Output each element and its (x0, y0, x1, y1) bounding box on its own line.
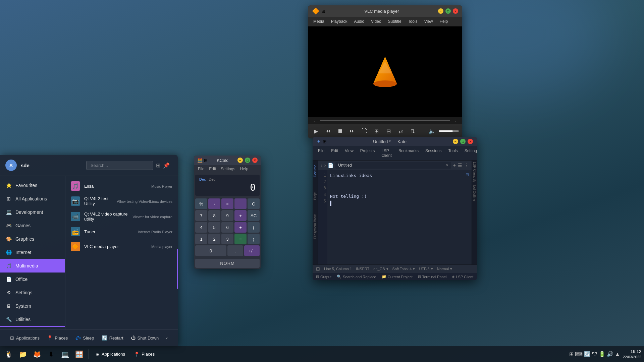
taskbar-files-icon[interactable]: 📁 (17, 348, 29, 360)
kate-minimize-button[interactable]: − (453, 139, 458, 144)
taskbar-places-button[interactable]: 📍 Places (130, 350, 158, 358)
vlc-prev-button[interactable]: ⏮ (323, 126, 333, 136)
vlc-next-button[interactable]: ⏭ (347, 126, 357, 136)
vlc-minimize-button[interactable]: − (438, 8, 443, 14)
vlc-mute-button[interactable]: 🔈 (427, 126, 437, 136)
kcalc-9-btn[interactable]: 9 (221, 210, 233, 221)
app-menu-display-toggle-icon[interactable]: ⊞ (156, 162, 160, 169)
kcalc-decimal-btn[interactable]: . (227, 245, 243, 256)
tray-battery-icon[interactable]: 🔋 (599, 351, 605, 357)
sidebar-item-multimedia[interactable]: 🎵 Multimedia (0, 259, 65, 273)
vlc-volume-slider[interactable] (439, 130, 459, 132)
kcalc-allclear-btn[interactable]: AC (248, 210, 260, 221)
kcalc-plusminus-btn[interactable]: +/− (244, 245, 260, 256)
sidebar-item-utilities[interactable]: 🔧 Utilities (0, 313, 65, 327)
vlc-frame-button[interactable]: ⊟ (384, 126, 393, 136)
kcalc-multiply-btn[interactable]: × (221, 198, 233, 209)
kcalc-close-button[interactable]: × (252, 158, 258, 163)
kate-terminal-btn[interactable]: ⊡ Terminal Panel (418, 275, 447, 279)
kate-current-project-btn[interactable]: 📁 Current Project (382, 275, 413, 279)
kcalc-subtract-btn[interactable]: − (234, 198, 247, 209)
kcalc-4-btn[interactable]: 4 (195, 222, 207, 233)
vlc-close-button[interactable]: × (453, 8, 458, 14)
tray-overflow-icon[interactable]: ▲ (615, 351, 620, 357)
kate-menu-settings[interactable]: Settings (462, 147, 477, 159)
vlc-play-button[interactable]: ▶ (311, 126, 321, 136)
vlc-loop-button[interactable]: ⇄ (396, 126, 405, 136)
kcalc-rparen-btn[interactable]: ) (248, 234, 260, 244)
vlc-maximize-button[interactable]: □ (445, 8, 451, 14)
kcalc-equals-btn[interactable]: = (234, 234, 247, 244)
vlc-menu-subtitle[interactable]: Subtitle (385, 18, 404, 25)
kate-left-panel-tab-fs[interactable]: Filesystem Brow... (313, 212, 317, 239)
tray-shield-icon[interactable]: 🛡 (592, 351, 597, 357)
kcalc-add-btn[interactable]: + (234, 210, 247, 221)
tray-kbd-icon[interactable]: ⌨ (575, 351, 583, 357)
list-item-vlc[interactable]: 🔶 VLC media player Media player (65, 239, 178, 254)
vlc-menu-tools[interactable]: Tools (406, 18, 420, 25)
kate-back-button[interactable]: ‹ (321, 163, 322, 168)
kcalc-7-btn[interactable]: 7 (195, 210, 207, 221)
sidebar-item-all-applications[interactable]: ⊞ All Applications (0, 192, 65, 205)
kcalc-lparen-btn[interactable]: ( (248, 222, 260, 233)
vlc-fullscreen-button[interactable]: ⛶ (360, 126, 369, 136)
kcalc-minimize-button[interactable]: − (237, 158, 243, 163)
sidebar-item-internet[interactable]: 🌐 Internet (0, 246, 65, 259)
footer-sleep-btn[interactable]: 💤 Sleep (72, 333, 97, 343)
kcalc-norm-button[interactable]: NORM (195, 259, 260, 268)
kate-menu-edit[interactable]: Edit (328, 147, 341, 159)
kate-menu-projects[interactable]: Projects (358, 147, 377, 159)
kate-close-tab-button[interactable]: × (446, 163, 448, 168)
kcalc-mode-dec[interactable]: Dec (199, 177, 206, 181)
kcalc-percent-btn[interactable]: % (195, 198, 207, 209)
kate-minimap-icon[interactable]: ⊟ (466, 172, 469, 177)
kate-maximize-button[interactable]: □ (460, 139, 466, 144)
kate-menu-sessions[interactable]: Sessions (423, 147, 444, 159)
tray-update-icon[interactable]: 🔄 (584, 351, 591, 357)
taskbar-applications-button[interactable]: ⊞ Applications (92, 350, 128, 358)
kcalc-divide-btn[interactable]: ÷ (208, 198, 220, 209)
taskbar-firefox-icon[interactable]: 🦊 (31, 348, 43, 360)
tray-audio-icon[interactable]: 🔊 (607, 351, 613, 357)
kate-position[interactable]: Line 5, Column 1 (324, 267, 352, 271)
kate-status-icon[interactable]: ⊟ (316, 266, 320, 272)
vlc-menu-video[interactable]: Video (368, 18, 384, 25)
kcalc-menu-edit[interactable]: Edit (207, 166, 218, 172)
kate-filebrowser-icon[interactable]: 📄 (328, 163, 333, 168)
kcalc-maximize-button[interactable]: □ (245, 158, 250, 163)
kcalc-1-btn[interactable]: 1 (195, 234, 207, 244)
kate-encoding[interactable]: UTF-8 ▾ (419, 267, 433, 271)
kate-sidebar-icon[interactable]: ☰ (458, 163, 462, 168)
sidebar-item-system[interactable]: 🖥 System (0, 299, 65, 313)
sidebar-item-games[interactable]: 🎮 Games (0, 219, 65, 232)
kcalc-0-btn[interactable]: 0 (195, 245, 226, 256)
kcalc-menu-settings[interactable]: Settings (219, 166, 237, 172)
kate-editor-text[interactable]: LinuxLinks ideas ------------------ Not … (327, 170, 472, 209)
sidebar-item-office[interactable]: 📄 Office (0, 273, 65, 286)
kate-menu-tools[interactable]: Tools (446, 147, 461, 159)
kate-menu-file[interactable]: File (315, 147, 327, 159)
footer-restart-btn[interactable]: 🔄 Restart (98, 333, 127, 343)
vlc-menu-help[interactable]: Help (437, 18, 450, 25)
taskbar-terminal-icon[interactable]: 💻 (59, 348, 71, 360)
sidebar-item-settings[interactable]: ⚙ Settings (0, 286, 65, 299)
vlc-menu-audio[interactable]: Audio (351, 18, 367, 25)
app-menu-pin-icon[interactable]: 📌 (163, 162, 170, 169)
vlc-seek-track[interactable] (320, 120, 450, 121)
kcalc-3-btn[interactable]: 3 (221, 234, 233, 244)
list-item-qt-v4l2-capture[interactable]: 📹 Qt V4L2 video capture utility Viewer f… (65, 209, 178, 224)
kate-tabs-setting[interactable]: Soft Tabs: 4 ▾ (392, 267, 415, 271)
kate-left-panel-tab-proj[interactable]: Proje... (313, 189, 317, 200)
footer-applications-btn[interactable]: ⊞ Applications (7, 333, 43, 343)
kate-highlighting[interactable]: Normal ▾ (437, 267, 452, 271)
kcalc-6-btn[interactable]: 6 (221, 222, 233, 233)
kate-new-file-icon[interactable]: + (453, 163, 456, 168)
kate-right-panel-tab-lsp[interactable]: LSP Client Symbol Outline (473, 162, 476, 201)
vlc-menu-playback[interactable]: Playback (328, 18, 350, 25)
vlc-menu-media[interactable]: Media (311, 18, 327, 25)
tray-network-icon[interactable]: ⊞ (569, 351, 574, 357)
taskbar-clock[interactable]: 16:12 22/03/2022 (623, 349, 641, 359)
kcalc-5-btn[interactable]: 5 (208, 222, 220, 233)
kcalc-menu-help[interactable]: Help (238, 166, 250, 172)
vlc-stop-button[interactable]: ⏹ (335, 126, 345, 136)
